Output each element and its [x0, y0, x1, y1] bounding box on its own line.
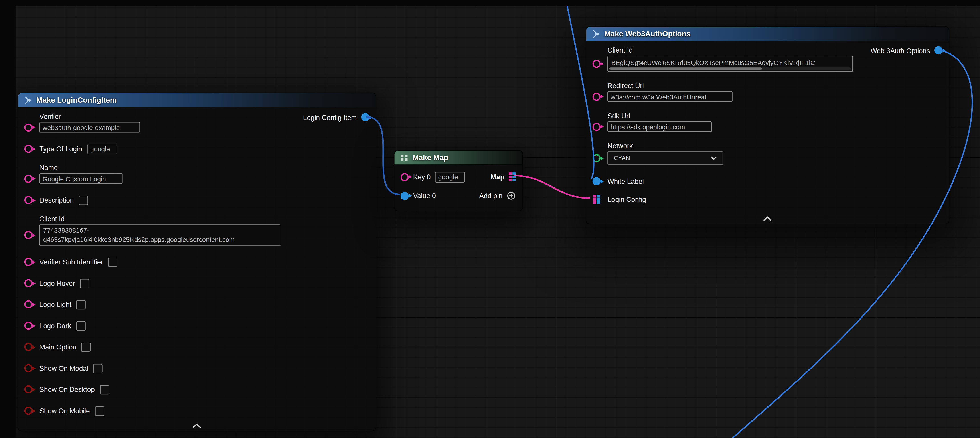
field-show-on-modal: Show On Modal — [40, 362, 368, 374]
client-id-input[interactable]: 774338308167- q463s7kpvja16l4l0kko3nb925… — [40, 225, 281, 245]
field-main-option: Main Option — [40, 341, 368, 353]
field-sdk-url: Sdk Url — [608, 112, 941, 132]
field-logo-hover: Logo Hover — [40, 277, 368, 289]
key0-input[interactable] — [435, 172, 465, 182]
network-dropdown[interactable]: CYAN — [608, 151, 723, 165]
main-option-label: Main Option — [40, 343, 76, 351]
logo-dark-input[interactable] — [76, 321, 86, 330]
pin-type-of-login[interactable] — [24, 145, 33, 153]
show-on-desktop-checkbox[interactable] — [100, 385, 109, 394]
add-pin-label: Add pin — [479, 192, 503, 199]
logo-light-label: Logo Light — [40, 301, 72, 309]
pin-login-config[interactable] — [593, 195, 600, 204]
field-verifier-sub-identifier: Verifier Sub Identifier — [40, 256, 368, 268]
field-logo-light: Logo Light — [40, 298, 368, 311]
pin-logo-hover[interactable] — [24, 279, 33, 287]
pin-sdk-url[interactable] — [593, 123, 601, 131]
collapse-chevron-icon[interactable] — [763, 216, 773, 221]
node-header-make-web3authoptions[interactable]: Make Web3AuthOptions — [586, 27, 949, 41]
blueprint-editor: Make LoginConfigItem Login Config Item V… — [0, 0, 980, 438]
logo-hover-label: Logo Hover — [40, 279, 75, 287]
field-type-of-login: Type Of Login — [40, 142, 368, 155]
pin-show-on-mobile[interactable] — [24, 407, 33, 415]
pin-main-option[interactable] — [24, 343, 33, 351]
type-of-login-input[interactable] — [87, 143, 117, 154]
field-show-on-mobile: Show On Mobile — [40, 405, 368, 417]
field-client-id: Client Id 774338308167- q463s7kpvja16l4l… — [40, 215, 368, 246]
show-on-desktop-label: Show On Desktop — [40, 385, 95, 394]
node-header-make-loginconfigitem[interactable]: Make LoginConfigItem — [18, 93, 375, 107]
pin-show-on-modal[interactable] — [24, 364, 33, 372]
field-description: Description — [40, 194, 368, 206]
editor-left-edge — [0, 0, 16, 438]
node-header-make-map[interactable]: Make Map — [394, 151, 522, 165]
pin-logo-light[interactable] — [24, 301, 33, 309]
make-map-icon — [400, 154, 408, 162]
node-make-map[interactable]: Make Map Key 0 Map Value 0 — [394, 150, 523, 211]
logo-light-input[interactable] — [76, 300, 86, 309]
node-make-loginconfigitem[interactable]: Make LoginConfigItem Login Config Item V… — [18, 92, 376, 431]
map-row-key0: Key 0 Map — [401, 170, 515, 184]
verifier-sub-identifier-input[interactable] — [108, 257, 118, 267]
client-id-line2: q463s7kpvja16l4l0kko3nb925ikds2p.apps.go… — [43, 235, 277, 244]
field-network: Network CYAN — [608, 142, 941, 165]
add-pin-icon[interactable] — [507, 191, 515, 200]
node-title: Make Web3AuthOptions — [605, 29, 690, 38]
pin-white-label[interactable] — [593, 177, 601, 185]
make-struct-icon — [592, 30, 600, 38]
client-id-label: Client Id — [40, 215, 368, 223]
client-id-hscroll-thumb[interactable] — [609, 67, 762, 70]
login-config-label: Login Config — [608, 196, 646, 204]
show-on-modal-label: Show On Modal — [40, 364, 88, 372]
node-title: Make Map — [412, 153, 449, 162]
node-title: Make LoginConfigItem — [36, 96, 116, 104]
pin-verifier[interactable] — [24, 123, 33, 131]
value0-label: Value 0 — [413, 192, 436, 200]
pin-client-id[interactable] — [593, 60, 601, 68]
verifier-input[interactable] — [40, 122, 140, 133]
output-pin-label: Web 3Auth Options — [870, 46, 930, 54]
field-name: Name — [40, 164, 368, 184]
pin-verifier-sub-identifier[interactable] — [24, 258, 33, 266]
client-id-input[interactable] — [610, 57, 853, 68]
pin-value0[interactable] — [401, 192, 409, 200]
node-make-web3authoptions[interactable]: Make Web3AuthOptions Web 3Auth Options C… — [586, 26, 950, 225]
sdk-url-label: Sdk Url — [608, 112, 941, 120]
pin-description[interactable] — [24, 196, 33, 204]
verifier-sub-identifier-label: Verifier Sub Identifier — [40, 258, 103, 266]
chevron-down-icon — [711, 156, 717, 160]
key0-label: Key 0 — [413, 173, 431, 181]
show-on-mobile-label: Show On Mobile — [40, 407, 90, 415]
field-redirect-url: Redirect Url — [608, 82, 941, 102]
field-white-label: White Label — [608, 176, 941, 186]
show-on-modal-checkbox[interactable] — [93, 363, 103, 373]
pin-logo-dark[interactable] — [24, 322, 33, 330]
collapse-chevron-icon[interactable] — [192, 423, 202, 428]
redirect-url-input[interactable] — [608, 91, 733, 102]
main-option-checkbox[interactable] — [81, 342, 91, 352]
map-row-value0: Value 0 Add pin — [401, 189, 515, 202]
pin-redirect-url[interactable] — [593, 92, 601, 101]
description-label: Description — [40, 196, 74, 204]
pin-key0[interactable] — [401, 173, 409, 181]
white-label-label: White Label — [608, 177, 644, 185]
description-input[interactable] — [79, 196, 88, 205]
show-on-mobile-checkbox[interactable] — [95, 406, 104, 415]
output-pin-label: Login Config Item — [303, 113, 357, 121]
client-id-hscrollbar[interactable] — [609, 67, 851, 70]
client-id-line1: 774338308167- — [43, 226, 277, 235]
pin-client-id[interactable] — [24, 231, 33, 239]
sdk-url-input[interactable] — [608, 121, 712, 132]
name-label: Name — [40, 164, 368, 172]
network-selected-value: CYAN — [614, 155, 630, 161]
network-label: Network — [608, 142, 941, 150]
name-input[interactable] — [40, 173, 123, 184]
map-output-label: Map — [491, 173, 504, 181]
logo-hover-input[interactable] — [80, 279, 89, 288]
pin-output-map[interactable] — [509, 172, 515, 181]
type-of-login-label: Type Of Login — [40, 145, 82, 153]
pin-show-on-desktop[interactable] — [24, 385, 33, 394]
pin-name[interactable] — [24, 175, 33, 183]
logo-dark-label: Logo Dark — [40, 322, 71, 330]
make-struct-icon — [24, 96, 32, 104]
